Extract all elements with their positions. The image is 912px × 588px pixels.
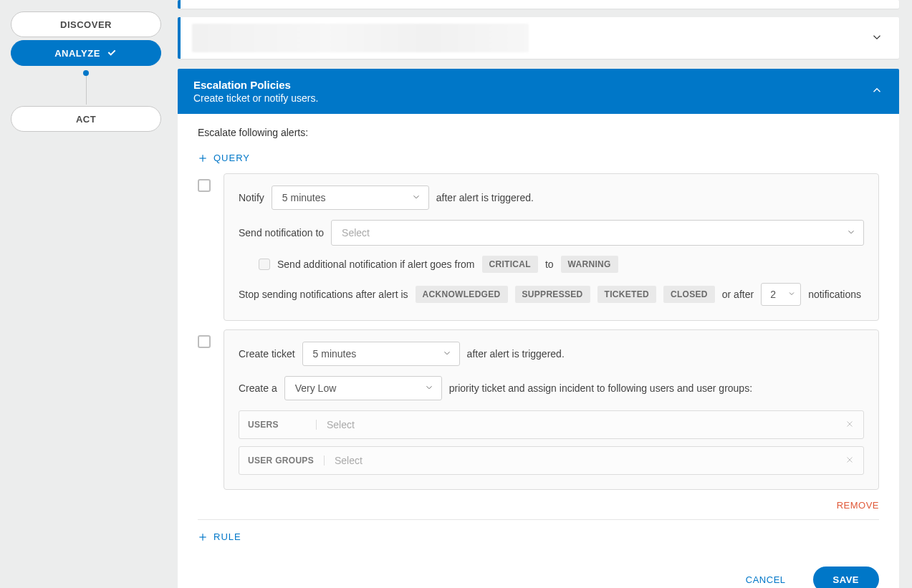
select-placeholder: Select <box>327 419 835 430</box>
after-trigger-text: after alert is triggered. <box>467 348 565 360</box>
step-label: ACT <box>76 114 96 125</box>
tag-closed: Closed <box>663 286 715 303</box>
ticket-priority-select[interactable]: Very Low <box>284 376 442 400</box>
user-groups-select[interactable]: USER GROUPS Select <box>239 446 864 475</box>
collapsed-panel[interactable] <box>178 17 899 59</box>
tag-suppressed: Suppressed <box>515 286 590 303</box>
intro-text: Escalate following alerts: <box>198 127 879 138</box>
notify-block: Notify 5 minutes after alert is triggere… <box>224 173 879 321</box>
add-rule-label: RULE <box>213 531 241 542</box>
save-button[interactable]: SAVE <box>813 567 879 588</box>
chevron-down-icon <box>787 289 796 300</box>
redacted-title <box>192 24 529 52</box>
assign-text: priority ticket and assign incident to f… <box>449 382 752 394</box>
panel-title: Escalation Policies <box>193 79 318 91</box>
dot-icon <box>83 70 89 76</box>
notify-delay-select[interactable]: 5 minutes <box>272 185 429 210</box>
step-act[interactable]: ACT <box>11 106 161 132</box>
to-text: to <box>545 259 554 270</box>
add-query-label: QUERY <box>213 153 250 163</box>
escalation-policies-panel: Escalation Policies Create ticket or not… <box>178 69 899 588</box>
panel-footer: CANCEL SAVE <box>198 552 879 588</box>
chevron-down-icon <box>424 382 434 395</box>
select-value: Very Low <box>295 382 417 394</box>
create-ticket-label: Create ticket <box>239 348 295 360</box>
chevron-down-icon <box>846 227 856 239</box>
ticket-checkbox[interactable] <box>198 335 211 348</box>
panel-body: Escalate following alerts: QUERY Notify … <box>178 114 899 588</box>
step-connector <box>9 67 163 105</box>
step-discover[interactable]: DISCOVER <box>11 11 161 37</box>
users-select[interactable]: USERS Select <box>239 410 864 439</box>
ticket-delay-select[interactable]: 5 minutes <box>302 342 460 366</box>
select-value: 2 <box>770 289 780 300</box>
additional-notification-checkbox[interactable] <box>259 259 270 270</box>
or-after-text: or after <box>722 289 754 300</box>
plus-icon <box>198 532 208 542</box>
panel-header[interactable]: Escalation Policies Create ticket or not… <box>178 69 899 114</box>
select-value: 5 minutes <box>313 348 435 360</box>
close-icon[interactable] <box>845 455 855 467</box>
chevron-up-icon <box>870 84 883 99</box>
close-icon[interactable] <box>845 419 855 431</box>
wizard-sidebar: DISCOVER ANALYZE ACT <box>0 0 172 143</box>
plus-icon <box>198 153 208 163</box>
additional-notification-text: Send additional notification if alert go… <box>277 259 475 270</box>
panel-stub <box>178 0 899 9</box>
notify-checkbox[interactable] <box>198 179 211 192</box>
add-rule-button[interactable]: RULE <box>198 531 241 542</box>
user-groups-label: USER GROUPS <box>248 456 325 466</box>
tag-critical: Critical <box>482 256 538 273</box>
after-trigger-text: after alert is triggered. <box>436 192 534 203</box>
chevron-down-icon <box>411 192 421 204</box>
step-label: ANALYZE <box>54 48 100 59</box>
remove-button[interactable]: REMOVE <box>198 500 879 511</box>
chevron-down-icon <box>442 348 452 360</box>
tag-acknowledged: Acknowledged <box>416 286 508 303</box>
stop-sending-text: Stop sending notifications after alert i… <box>239 289 408 300</box>
step-label: DISCOVER <box>60 19 112 30</box>
create-a-label: Create a <box>239 382 277 394</box>
notification-count-select[interactable]: 2 <box>761 283 801 306</box>
divider <box>198 519 879 520</box>
cancel-button[interactable]: CANCEL <box>746 574 786 585</box>
send-notification-label: Send notification to <box>239 227 324 238</box>
chevron-down-icon <box>870 31 883 46</box>
select-value: 5 minutes <box>282 192 404 203</box>
tag-warning: Warning <box>561 256 618 273</box>
notifications-suffix: notifications <box>808 289 861 300</box>
select-placeholder: Select <box>342 227 839 238</box>
select-placeholder: Select <box>335 455 835 466</box>
panel-subtitle: Create ticket or notify users. <box>193 92 318 104</box>
notify-label: Notify <box>239 192 264 203</box>
ticket-block: Create ticket 5 minutes after alert is t… <box>224 329 879 490</box>
step-analyze[interactable]: ANALYZE <box>11 40 161 66</box>
send-notification-select[interactable]: Select <box>331 220 864 246</box>
main-content: Escalation Policies Create ticket or not… <box>178 0 899 588</box>
users-label: USERS <box>248 420 317 430</box>
tag-ticketed: Ticketed <box>597 286 656 303</box>
add-query-button[interactable]: QUERY <box>198 153 250 163</box>
check-icon <box>106 47 117 60</box>
